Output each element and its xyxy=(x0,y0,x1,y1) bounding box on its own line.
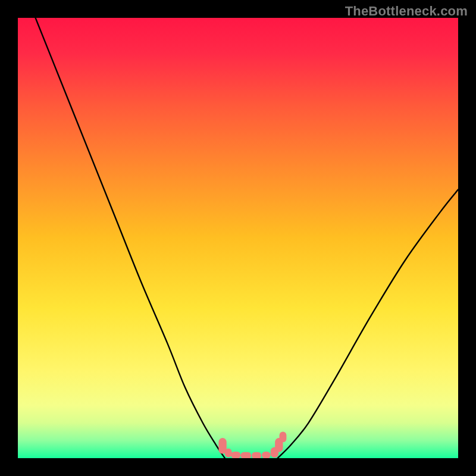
marker-3 xyxy=(240,452,251,458)
marker-5 xyxy=(262,452,271,458)
marker-8 xyxy=(280,432,287,443)
chart-svg xyxy=(18,18,458,458)
marker-4 xyxy=(252,452,261,458)
marker-1 xyxy=(225,449,232,458)
chart-frame: TheBottleneck.com xyxy=(0,0,476,476)
chart-background xyxy=(18,18,458,458)
marker-2 xyxy=(231,452,240,458)
watermark-text: TheBottleneck.com xyxy=(345,4,468,19)
chart-plot-area xyxy=(18,18,458,458)
